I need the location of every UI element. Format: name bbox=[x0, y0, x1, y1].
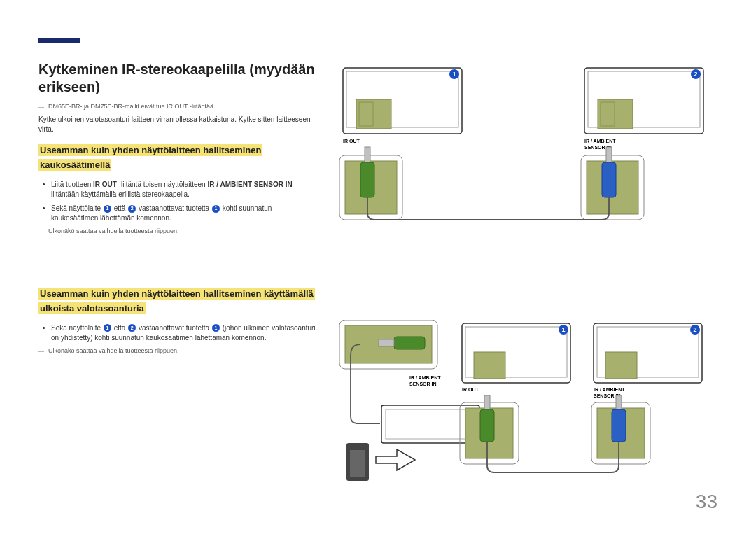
svg-rect-35 bbox=[474, 352, 505, 379]
badge-2-icon: 2 bbox=[128, 324, 136, 332]
svg-rect-18 bbox=[360, 162, 374, 197]
svg-rect-41 bbox=[606, 352, 637, 379]
badge-1-icon: 1 bbox=[104, 324, 111, 332]
svg-rect-53 bbox=[612, 409, 626, 442]
badge-1-icon: 1 bbox=[212, 205, 220, 213]
list-item: Sekä näyttölaite 1 että 2 vastaanottavat… bbox=[51, 323, 318, 343]
svg-text:SENSOR IN: SENSOR IN bbox=[410, 381, 437, 386]
svg-text:IR / AMBIENT: IR / AMBIENT bbox=[584, 139, 616, 143]
section2-bullets: Sekä näyttölaite 1 että 2 vastaanottavat… bbox=[38, 323, 318, 343]
svg-rect-26 bbox=[379, 339, 394, 346]
section1-bullets: Liitä tuotteen IR OUT -liitäntä toisen n… bbox=[38, 180, 318, 223]
svg-text:IR OUT: IR OUT bbox=[462, 387, 479, 392]
svg-text:2: 2 bbox=[693, 326, 696, 333]
svg-text:1: 1 bbox=[561, 326, 565, 333]
text-column: Kytkeminen IR-stereokaapelilla (myydään … bbox=[38, 61, 318, 484]
badge-1-icon: 1 bbox=[104, 205, 111, 213]
svg-rect-48 bbox=[484, 395, 490, 409]
svg-text:IR / AMBIENT: IR / AMBIENT bbox=[410, 375, 441, 380]
svg-rect-9 bbox=[598, 99, 633, 129]
section1-heading: Useamman kuin yhden näyttölaitteen halli… bbox=[38, 144, 262, 171]
svg-text:IR OUT: IR OUT bbox=[343, 139, 360, 143]
intro-text: Kytke ulkoinen valotasoanturi laitteen v… bbox=[38, 115, 318, 134]
section1-note: Ulkonäkö saattaa vaihdella tuotteesta ri… bbox=[38, 227, 318, 235]
svg-rect-52 bbox=[616, 395, 622, 409]
section2-heading: Useamman kuin yhden näyttölaitteen halli… bbox=[38, 288, 315, 314]
section2-note: Ulkonäkö saattaa vaihdella tuotteesta ri… bbox=[38, 347, 318, 355]
svg-text:1: 1 bbox=[452, 71, 456, 78]
header-divider bbox=[38, 43, 718, 43]
svg-rect-25 bbox=[394, 337, 425, 349]
svg-rect-29 bbox=[382, 405, 479, 443]
diagram-1: 1 IR OUT 2 IR / AMBIENT SENSOR IN bbox=[340, 64, 718, 225]
page-number: 33 bbox=[696, 491, 718, 513]
svg-text:2: 2 bbox=[694, 71, 697, 78]
svg-rect-49 bbox=[480, 409, 494, 442]
diagram-column: 1 IR OUT 2 IR / AMBIENT SENSOR IN bbox=[340, 61, 718, 484]
badge-2-icon: 2 bbox=[128, 205, 136, 213]
model-note: DM65E-BR- ja DM75E-BR-mallit eivät tue I… bbox=[38, 103, 318, 111]
list-item: Sekä näyttölaite 1 että 2 vastaanottavat… bbox=[51, 204, 318, 223]
svg-rect-21 bbox=[606, 147, 612, 162]
svg-rect-2 bbox=[356, 99, 391, 129]
svg-text:IR / AMBIENT: IR / AMBIENT bbox=[594, 387, 625, 392]
list-item: Liitä tuotteen IR OUT -liitäntä toisen n… bbox=[51, 180, 318, 199]
badge-1-icon: 1 bbox=[212, 324, 220, 332]
svg-rect-22 bbox=[602, 162, 616, 197]
svg-rect-32 bbox=[350, 450, 365, 477]
diagram-2: IR / AMBIENT SENSOR IN bbox=[340, 320, 718, 484]
page-title: Kytkeminen IR-stereokaapelilla (myydään … bbox=[38, 61, 318, 96]
svg-rect-17 bbox=[365, 147, 370, 162]
